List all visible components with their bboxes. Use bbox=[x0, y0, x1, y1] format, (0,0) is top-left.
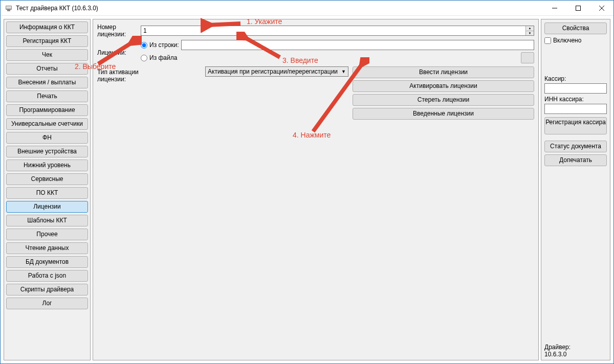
erase-licenses-button[interactable]: Стереть лицензии bbox=[353, 94, 534, 106]
sidebar-item-11[interactable]: Сервисные bbox=[6, 173, 88, 185]
license-number-spinbox[interactable]: ▲ ▼ bbox=[141, 26, 534, 36]
sidebar-item-15[interactable]: Прочее bbox=[6, 229, 88, 240]
right-panel: Свойства Включено Кассир: ИНН кассира: Р… bbox=[541, 19, 610, 360]
cashier-input[interactable] bbox=[544, 83, 607, 94]
cashier-inn-label: ИНН кассира: bbox=[544, 96, 607, 103]
browse-file-button[interactable] bbox=[521, 52, 534, 63]
sidebar-item-19[interactable]: Скрипты драйвера bbox=[6, 284, 88, 295]
sidebar-item-6[interactable]: Программирование bbox=[6, 104, 88, 116]
reprint-button[interactable]: Допечатать bbox=[544, 154, 607, 166]
driver-info: Драйвер: 10.6.3.0 bbox=[544, 344, 571, 358]
radio-from-file[interactable] bbox=[141, 55, 147, 61]
sidebar: Информация о ККТРегистрация ККТЧекОтчеты… bbox=[4, 19, 91, 360]
sidebar-item-0[interactable]: Информация о ККТ bbox=[6, 21, 88, 33]
driver-label: Драйвер: bbox=[544, 344, 571, 351]
radio-from-file-row[interactable]: Из файла bbox=[141, 51, 534, 64]
spin-up-icon[interactable]: ▲ bbox=[526, 26, 534, 31]
main-panel: Номер лицензии: ▲ ▼ Лицензии: Из строки: bbox=[93, 19, 539, 360]
sidebar-item-20[interactable]: Лог bbox=[6, 298, 88, 309]
svg-rect-4 bbox=[576, 6, 581, 10]
sidebar-item-1[interactable]: Регистрация ККТ bbox=[6, 35, 88, 47]
sidebar-item-13[interactable]: Лицензии bbox=[6, 201, 88, 213]
properties-button[interactable]: Свойства bbox=[544, 22, 607, 34]
annotation-4: 4. Нажмите bbox=[293, 131, 331, 139]
from-string-input[interactable] bbox=[181, 40, 534, 50]
licenses-label: Лицензии: bbox=[97, 39, 141, 64]
entered-licenses-button[interactable]: Введенные лицензии bbox=[353, 108, 534, 120]
svg-rect-2 bbox=[7, 10, 10, 11]
sidebar-item-3[interactable]: Отчеты bbox=[6, 63, 88, 75]
sidebar-item-14[interactable]: Шаблоны ККТ bbox=[6, 215, 88, 226]
activation-type-value: Активация при регистрации/перерегистраци… bbox=[208, 68, 341, 75]
from-file-path bbox=[180, 53, 519, 63]
license-number-label: Номер лицензии: bbox=[97, 24, 141, 38]
maximize-button[interactable] bbox=[566, 1, 590, 16]
sidebar-item-18[interactable]: Работа с json bbox=[6, 270, 88, 282]
sidebar-item-9[interactable]: Внешние устройства bbox=[6, 146, 88, 157]
enabled-checkbox[interactable] bbox=[544, 37, 551, 44]
activation-type-label: Тип активации лицензии: bbox=[97, 66, 164, 83]
minimize-button[interactable] bbox=[543, 1, 566, 16]
dropdown-arrow-icon: ▼ bbox=[341, 69, 346, 74]
sidebar-item-2[interactable]: Чек bbox=[6, 49, 88, 61]
close-button[interactable] bbox=[590, 1, 613, 16]
radio-from-file-label: Из файла bbox=[149, 54, 178, 61]
radio-from-string[interactable] bbox=[141, 42, 147, 49]
sidebar-item-10[interactable]: Нижний уровень bbox=[6, 160, 88, 171]
window-title: Тест драйвера ККТ (10.6.3.0) bbox=[16, 5, 543, 12]
license-number-input[interactable] bbox=[141, 26, 525, 35]
sidebar-item-8[interactable]: ФН bbox=[6, 132, 88, 144]
radio-from-string-label: Из строки: bbox=[149, 41, 179, 49]
sidebar-item-17[interactable]: БД документов bbox=[6, 256, 88, 268]
title-bar: Тест драйвера ККТ (10.6.3.0) bbox=[1, 1, 613, 16]
sidebar-item-12[interactable]: ПО ККТ bbox=[6, 187, 88, 199]
activation-type-combo[interactable]: Активация при регистрации/перерегистраци… bbox=[205, 66, 348, 77]
sidebar-item-7[interactable]: Универсальные счетчики bbox=[6, 118, 88, 130]
sidebar-item-5[interactable]: Печать bbox=[6, 90, 88, 102]
document-status-button[interactable]: Статус документа bbox=[544, 141, 607, 152]
sidebar-item-16[interactable]: Чтение данных bbox=[6, 242, 88, 254]
svg-rect-1 bbox=[6, 6, 11, 9]
register-cashier-button[interactable]: Регистрация кассира bbox=[544, 117, 607, 134]
cashier-inn-input[interactable] bbox=[544, 104, 607, 114]
app-icon bbox=[5, 4, 13, 12]
radio-from-string-row[interactable]: Из строки: bbox=[141, 39, 534, 51]
sidebar-item-4[interactable]: Внесения / выплаты bbox=[6, 77, 88, 88]
activate-licenses-button[interactable]: Активировать лицензии bbox=[353, 80, 534, 92]
enabled-checkbox-label: Включено bbox=[553, 37, 581, 44]
enter-licenses-button[interactable]: Ввести лицензии bbox=[353, 66, 534, 78]
enabled-checkbox-row[interactable]: Включено bbox=[544, 37, 607, 44]
driver-version: 10.6.3.0 bbox=[544, 351, 571, 358]
cashier-label: Кассир: bbox=[544, 75, 607, 82]
spin-down-icon[interactable]: ▼ bbox=[526, 31, 534, 36]
